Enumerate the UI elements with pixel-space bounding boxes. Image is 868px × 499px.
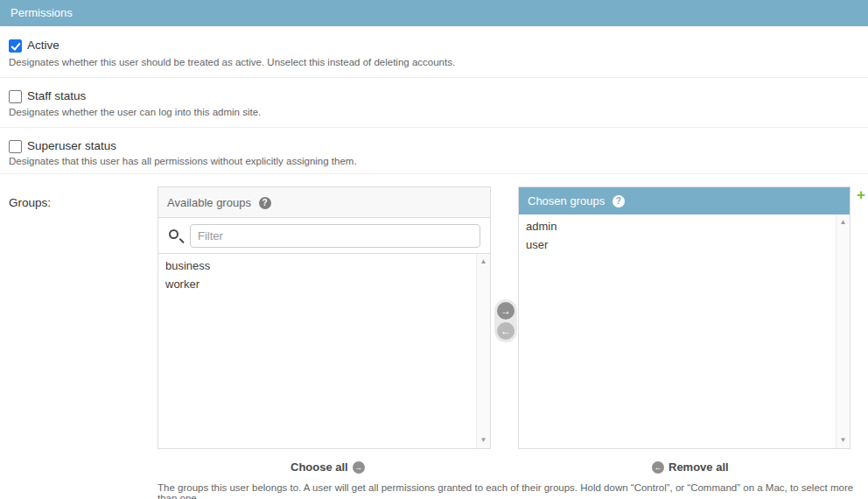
list-item[interactable]: admin — [519, 214, 850, 235]
superuser-status-checkbox[interactable] — [9, 140, 22, 153]
available-groups-header: Available groups ? — [158, 187, 490, 218]
available-groups-title: Available groups — [167, 196, 251, 209]
section-header: Permissions — [0, 0, 868, 26]
available-groups-help-icon[interactable]: ? — [259, 197, 271, 209]
scroll-up-icon[interactable]: ▲ — [836, 216, 850, 228]
available-groups-box: Available groups ? business worker ▲ ▼ — [158, 186, 491, 449]
selector-mover: → ← — [494, 299, 517, 342]
form-row-superuser-status: Superuser status Designates that this us… — [0, 128, 868, 174]
choose-all-arrow-icon: → — [353, 461, 365, 474]
move-to-chosen-button[interactable]: → — [497, 302, 514, 320]
search-icon — [169, 229, 178, 239]
available-scrollbar[interactable]: ▲ ▼ — [476, 254, 490, 448]
scroll-up-icon[interactable]: ▲ — [477, 256, 490, 268]
list-item[interactable]: worker — [158, 275, 490, 293]
scroll-down-icon[interactable]: ▼ — [836, 434, 850, 446]
permissions-fieldset: Permissions Active Designates whether th… — [0, 0, 868, 499]
staff-status-label: Staff status — [27, 89, 86, 102]
groups-field-label: Groups: — [9, 196, 51, 209]
add-group-icon[interactable]: + — [857, 187, 865, 202]
remove-all-button[interactable]: ←Remove all — [652, 460, 729, 475]
available-groups-list[interactable]: business worker ▲ ▼ — [158, 254, 490, 448]
arrow-right-icon: → — [500, 305, 511, 317]
chosen-groups-header: Chosen groups ? — [519, 187, 850, 214]
remove-all-label: Remove all — [668, 460, 729, 474]
chosen-groups-help-icon[interactable]: ? — [612, 195, 625, 207]
choose-all-label: Choose all — [290, 460, 348, 474]
filter-input[interactable] — [190, 224, 480, 248]
choose-all-button[interactable]: Choose all→ — [290, 460, 365, 475]
active-label: Active — [27, 39, 60, 52]
chosen-groups-title: Chosen groups — [528, 194, 605, 207]
superuser-status-help-text: Designates that this user has all permis… — [9, 156, 357, 166]
section-title: Permissions — [10, 6, 73, 19]
staff-status-checkbox[interactable] — [9, 90, 22, 103]
remove-all-arrow-icon: ← — [652, 461, 664, 474]
filter-row — [158, 218, 490, 254]
list-item[interactable]: user — [519, 235, 850, 254]
chosen-groups-list[interactable]: admin user ▲ ▼ — [519, 214, 850, 448]
active-checkbox[interactable] — [9, 39, 22, 53]
chosen-scrollbar[interactable]: ▲ ▼ — [836, 214, 850, 448]
list-item[interactable]: business — [158, 254, 490, 275]
scroll-down-icon[interactable]: ▼ — [477, 434, 490, 446]
arrow-left-icon: ← — [500, 325, 511, 337]
form-row-staff-status: Staff status Designates whether the user… — [0, 78, 868, 128]
staff-status-help-text: Designates whether the user can log into… — [9, 107, 261, 117]
form-row-active: Active Designates whether this user shou… — [0, 27, 868, 78]
move-to-available-button[interactable]: ← — [497, 322, 514, 340]
chosen-groups-box: Chosen groups ? admin user ▲ ▼ — [518, 186, 850, 449]
superuser-status-label: Superuser status — [27, 139, 116, 152]
groups-help-text: The groups this user belongs to. A user … — [158, 482, 868, 499]
active-help-text: Designates whether this user should be t… — [9, 57, 455, 67]
